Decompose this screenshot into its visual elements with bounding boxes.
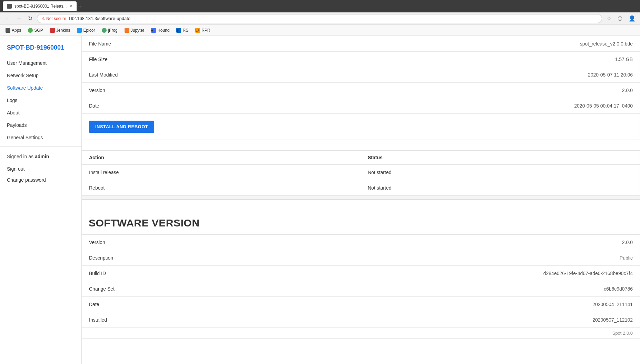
sv-value: 2.0.0 xyxy=(151,235,640,250)
bookmark-hound[interactable]: ♦ Hound xyxy=(148,27,172,34)
sidebar-divider xyxy=(0,146,81,147)
sgp-icon xyxy=(28,28,33,33)
action-status: Not started xyxy=(361,165,640,180)
sv-value: Public xyxy=(151,250,640,266)
release-info-label: File Size xyxy=(82,52,151,67)
change-password-button[interactable]: Change password xyxy=(0,174,81,185)
app-layout: SPOT-BD-91960001 User Management Network… xyxy=(0,36,640,364)
bookmark-rs[interactable]: ♦ RS xyxy=(174,27,191,34)
release-info-table: File Namespot_release_v2.0.0.bdeFile Siz… xyxy=(82,36,640,114)
software-version-title: SOFTWARE VERSION xyxy=(82,210,640,234)
bookmark-jupyter[interactable]: Jupyter xyxy=(122,27,147,34)
software-version-table-wrapper: Version2.0.0DescriptionPublicBuild IDd28… xyxy=(82,234,640,339)
sidebar-device-title[interactable]: SPOT-BD-91960001 xyxy=(0,41,81,57)
action-col-header: Action xyxy=(82,151,361,165)
bookmark-rs-label: RS xyxy=(183,28,188,33)
bookmark-sgp[interactable]: SGP xyxy=(25,27,46,34)
browser-chrome: spot-BD-91960001 Releas... ✕ + xyxy=(0,0,640,12)
warning-icon: ⚠ xyxy=(41,16,45,21)
bookmark-jenkins-label: Jenkins xyxy=(56,28,70,33)
epicor-icon xyxy=(77,28,82,33)
tab-close-button[interactable]: ✕ xyxy=(69,4,72,9)
bookmark-jfrog-label: jFrog xyxy=(108,28,117,33)
install-and-reboot-button[interactable]: INSTALL AND REBOOT xyxy=(89,121,154,133)
release-info-value: 2020-05-07 11:20:06 xyxy=(151,67,640,83)
action-status: Not started xyxy=(361,180,640,196)
sv-label: Description xyxy=(82,250,151,266)
signed-in-info: Signed in as admin xyxy=(0,150,81,163)
sidebar-item-network-setup[interactable]: Network Setup xyxy=(0,69,81,82)
sidebar-item-general-settings[interactable]: General Settings xyxy=(0,131,81,144)
new-tab-button[interactable]: + xyxy=(78,3,82,10)
release-info-label: File Name xyxy=(82,36,151,52)
address-bar[interactable]: ⚠ Not secure 192.168.131.3/software-upda… xyxy=(37,14,602,23)
release-info-row: File Size1.57 GB xyxy=(82,52,640,67)
bookmark-jupyter-label: Jupyter xyxy=(131,28,144,33)
bookmark-apps[interactable]: Apps xyxy=(3,27,24,34)
bookmark-epicor[interactable]: Epicor xyxy=(74,27,98,34)
release-info-label: Version xyxy=(82,83,151,98)
software-version-row: Date20200504_211141 xyxy=(82,297,640,312)
bookmark-rpr-label: RPR xyxy=(201,28,210,33)
sv-label: Change Set xyxy=(82,281,151,297)
bookmark-sgp-label: SGP xyxy=(34,28,43,33)
bookmark-hound-label: Hound xyxy=(157,28,169,33)
sv-value: d284e026-19fe-4d67-ade0-2168be90c7f4 xyxy=(151,266,640,281)
release-info-row: File Namespot_release_v2.0.0.bde xyxy=(82,36,640,52)
software-version-table: Version2.0.0DescriptionPublicBuild IDd28… xyxy=(82,235,640,328)
release-info-row: Last Modified2020-05-07 11:20:06 xyxy=(82,67,640,83)
browser-tab[interactable]: spot-BD-91960001 Releas... ✕ xyxy=(3,1,77,11)
release-info-table-wrapper: File Namespot_release_v2.0.0.bdeFile Siz… xyxy=(82,36,640,140)
sidebar-item-user-management[interactable]: User Management xyxy=(0,57,81,69)
main-content: File Namespot_release_v2.0.0.bdeFile Siz… xyxy=(82,36,640,364)
software-version-footer: Spot 2.0.0 xyxy=(82,328,640,338)
release-info-label: Date xyxy=(82,98,151,114)
sidebar: SPOT-BD-91960001 User Management Network… xyxy=(0,36,82,364)
back-button[interactable]: ← xyxy=(3,15,12,22)
jenkins-icon xyxy=(50,28,55,33)
bookmark-rpr[interactable]: ⬡ RPR xyxy=(193,27,213,34)
release-info-row: Version2.0.0 xyxy=(82,83,640,98)
rs-icon: ♦ xyxy=(176,28,181,33)
bookmark-jenkins[interactable]: Jenkins xyxy=(47,27,73,34)
release-info-value: 2.0.0 xyxy=(151,83,640,98)
software-version-row: Version2.0.0 xyxy=(82,235,640,250)
software-version-section: SOFTWARE VERSION Version2.0.0Description… xyxy=(82,210,640,356)
sign-out-button[interactable]: Sign out xyxy=(0,163,81,174)
bookmark-jfrog[interactable]: jFrog xyxy=(99,27,120,34)
tab-title: spot-BD-91960001 Releas... xyxy=(14,4,67,9)
sv-label: Build ID xyxy=(82,266,151,281)
jfrog-icon xyxy=(102,28,107,33)
action-row: Install releaseNot started xyxy=(82,165,640,180)
bookmarks-bar: Apps SGP Jenkins Epicor jFrog Jupyter ♦ … xyxy=(0,25,640,36)
software-version-row: Build IDd284e026-19fe-4d67-ade0-2168be90… xyxy=(82,266,640,281)
software-version-row: Installed20200507_112102 xyxy=(82,312,640,328)
extensions-button[interactable]: ⬡ xyxy=(616,14,624,22)
sidebar-item-software-update[interactable]: Software Update xyxy=(0,82,81,94)
software-version-row: Change Setc6b6c9d0786 xyxy=(82,281,640,297)
sidebar-item-logs[interactable]: Logs xyxy=(0,94,81,107)
horizontal-scrollbar[interactable] xyxy=(82,195,640,200)
bookmark-button[interactable]: ☆ xyxy=(605,14,613,22)
forward-button[interactable]: → xyxy=(14,15,23,22)
install-btn-row: INSTALL AND REBOOT xyxy=(82,114,640,140)
not-secure-indicator: ⚠ Not secure xyxy=(41,16,66,21)
action-row: RebootNot started xyxy=(82,180,640,196)
rpr-icon: ⬡ xyxy=(195,28,200,33)
url-text: 192.168.131.3/software-update xyxy=(68,16,130,21)
sidebar-item-about[interactable]: About xyxy=(0,107,81,119)
reload-button[interactable]: ↻ xyxy=(26,14,34,22)
sidebar-item-payloads[interactable]: Payloads xyxy=(0,119,81,131)
address-bar-row: ← → ↻ ⚠ Not secure 192.168.131.3/softwar… xyxy=(0,12,640,25)
sv-label: Version xyxy=(82,235,151,250)
action-status-table: Action Status Install releaseNot started… xyxy=(82,151,640,195)
action-label: Install release xyxy=(82,165,361,180)
account-button[interactable]: 👤 xyxy=(627,14,637,22)
status-col-header: Status xyxy=(361,151,640,165)
sv-label: Installed xyxy=(82,312,151,328)
action-status-table-wrapper: Action Status Install releaseNot started… xyxy=(82,150,640,200)
sv-label: Date xyxy=(82,297,151,312)
action-label: Reboot xyxy=(82,180,361,196)
release-info-value: 1.57 GB xyxy=(151,52,640,67)
tab-favicon xyxy=(7,4,12,9)
